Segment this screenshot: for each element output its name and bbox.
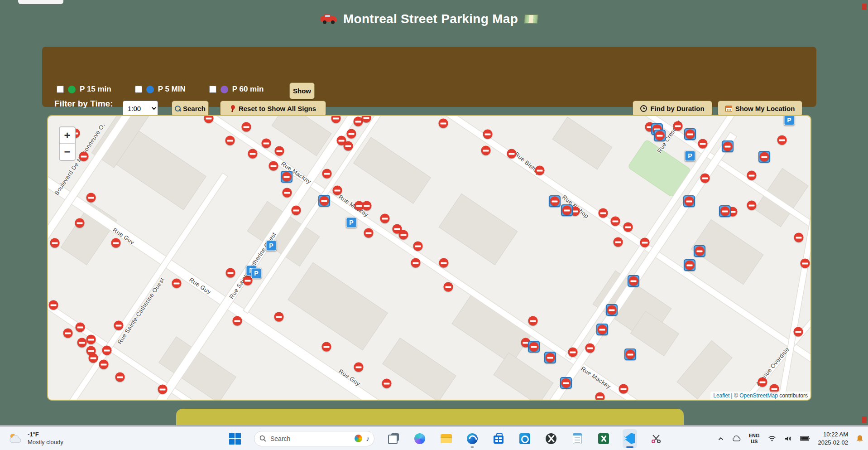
parking-marker[interactable]: P xyxy=(784,115,795,126)
onedrive-button[interactable] xyxy=(731,435,742,442)
no-parking-marker[interactable] xyxy=(354,363,364,372)
volume-button[interactable] xyxy=(783,435,793,443)
no-parking-marker[interactable] xyxy=(362,201,372,211)
scroll-indicator-top[interactable] xyxy=(862,4,867,10)
no-parking-marker[interactable] xyxy=(794,233,804,242)
taskbar-app-xbox[interactable] xyxy=(544,429,558,448)
checkbox-input[interactable] xyxy=(57,86,64,93)
no-parking-marker[interactable] xyxy=(481,146,491,155)
no-parking-marker[interactable] xyxy=(411,258,421,268)
find-by-duration-button[interactable]: Find by Duration xyxy=(633,101,712,116)
no-parking-marker[interactable] xyxy=(362,115,371,123)
no-parking-marker[interactable] xyxy=(619,384,628,394)
no-parking-marker[interactable] xyxy=(283,188,292,198)
no-parking-marker[interactable] xyxy=(75,218,85,228)
no-parking-marker[interactable] xyxy=(50,238,60,248)
no-parking-marker[interactable] xyxy=(63,329,73,338)
no-parking-marker[interactable] xyxy=(111,238,121,248)
no-parking-marker[interactable] xyxy=(568,348,578,357)
no-parking-marker[interactable] xyxy=(114,321,124,330)
no-parking-marker[interactable] xyxy=(747,171,757,180)
taskbar-app-edge[interactable] xyxy=(465,429,480,448)
no-parking-marker[interactable] xyxy=(86,193,96,203)
no-parking-marker[interactable] xyxy=(344,141,353,151)
no-parking-marker[interactable] xyxy=(49,300,58,310)
no-parking-marker[interactable] xyxy=(614,237,623,247)
no-parking-marker[interactable] xyxy=(269,161,278,171)
show-my-location-button[interactable]: Show My Location xyxy=(718,101,802,116)
no-parking-marker[interactable] xyxy=(76,323,85,332)
map[interactable]: Boulevard De Maisonneuve O.Rue GuyRue Gu… xyxy=(47,115,811,401)
taskbar-app-snipping-tool[interactable] xyxy=(649,429,663,448)
checkbox-input[interactable] xyxy=(209,86,216,93)
scroll-indicator-bottom[interactable] xyxy=(862,416,867,423)
battery-button[interactable] xyxy=(799,435,811,442)
no-parking-marker[interactable] xyxy=(444,282,453,292)
taskbar-app-notepad[interactable] xyxy=(570,429,585,448)
time-select[interactable]: 1:00 xyxy=(123,101,158,116)
no-parking-marker[interactable] xyxy=(777,135,787,145)
reset-button[interactable]: Reset to Show All Signs xyxy=(220,101,326,116)
no-parking-marker[interactable] xyxy=(700,174,710,183)
no-parking-marker[interactable] xyxy=(382,379,392,388)
no-parking-marker[interactable] xyxy=(242,122,251,132)
no-parking-marker[interactable] xyxy=(275,146,284,156)
no-parking-marker[interactable] xyxy=(79,152,89,161)
no-parking-marker[interactable] xyxy=(528,316,538,326)
filter-checkbox-p-60-min[interactable]: P 60 min xyxy=(209,85,264,94)
no-parking-marker[interactable] xyxy=(747,201,757,210)
taskbar-app-copilot[interactable] xyxy=(412,429,427,448)
no-parking-marker[interactable] xyxy=(347,129,356,139)
no-parking-marker[interactable] xyxy=(599,208,608,218)
no-parking-marker[interactable] xyxy=(225,136,235,145)
no-parking-marker[interactable] xyxy=(535,166,545,175)
no-parking-marker[interactable] xyxy=(322,342,331,352)
taskbar-app-microsoft-store[interactable] xyxy=(491,429,506,448)
no-parking-marker[interactable] xyxy=(364,228,374,238)
openstreetmap-link[interactable]: OpenStreetMap xyxy=(739,392,778,399)
no-parking-marker[interactable] xyxy=(439,119,448,128)
taskbar-app-outlook[interactable] xyxy=(518,429,532,448)
no-parking-marker[interactable] xyxy=(86,335,96,344)
no-parking-marker[interactable] xyxy=(322,169,332,179)
no-parking-marker[interactable] xyxy=(248,149,258,159)
no-parking-marker[interactable] xyxy=(102,346,112,355)
parking-marker[interactable]: P xyxy=(685,151,695,161)
no-parking-marker[interactable] xyxy=(77,338,87,348)
wifi-button[interactable] xyxy=(767,435,777,442)
zoom-out-button[interactable]: − xyxy=(60,144,75,160)
no-parking-marker[interactable] xyxy=(274,312,284,322)
no-parking-marker[interactable] xyxy=(233,316,242,326)
no-parking-marker[interactable] xyxy=(623,223,633,232)
no-parking-marker[interactable] xyxy=(794,327,803,337)
no-parking-marker[interactable] xyxy=(483,130,493,139)
no-parking-marker[interactable] xyxy=(262,139,271,148)
no-parking-marker[interactable] xyxy=(380,214,390,223)
language-switcher[interactable]: ENG US xyxy=(748,432,761,445)
no-parking-marker[interactable] xyxy=(413,242,423,251)
no-parking-marker[interactable] xyxy=(758,377,767,387)
no-parking-marker[interactable] xyxy=(698,139,708,149)
taskbar-app-excel[interactable] xyxy=(596,429,611,448)
no-parking-marker[interactable] xyxy=(172,279,182,288)
no-parking-marker[interactable] xyxy=(585,344,595,353)
tray-chevron-button[interactable] xyxy=(717,436,724,441)
no-parking-marker[interactable] xyxy=(640,238,650,247)
no-parking-marker[interactable] xyxy=(292,206,301,215)
taskbar-app-vscode[interactable] xyxy=(623,429,637,448)
no-parking-marker[interactable] xyxy=(439,258,449,268)
parking-marker[interactable]: P xyxy=(251,268,262,279)
no-parking-marker[interactable] xyxy=(507,149,517,159)
no-parking-marker[interactable] xyxy=(158,385,168,394)
start-button[interactable] xyxy=(228,429,242,448)
no-parking-marker[interactable] xyxy=(611,217,620,226)
filter-checkbox-p-15-min[interactable]: P 15 min xyxy=(57,85,111,94)
no-parking-marker[interactable] xyxy=(333,186,342,195)
zoom-in-button[interactable]: + xyxy=(60,127,75,144)
no-parking-marker[interactable] xyxy=(595,392,605,401)
no-parking-marker[interactable] xyxy=(801,259,810,268)
clock-widget[interactable]: 10:22 AM 2025-02-02 xyxy=(817,430,849,447)
no-parking-marker[interactable] xyxy=(331,115,341,123)
notifications-button[interactable] xyxy=(855,434,864,444)
filter-checkbox-p-5-min[interactable]: P 5 MIN xyxy=(135,85,186,94)
